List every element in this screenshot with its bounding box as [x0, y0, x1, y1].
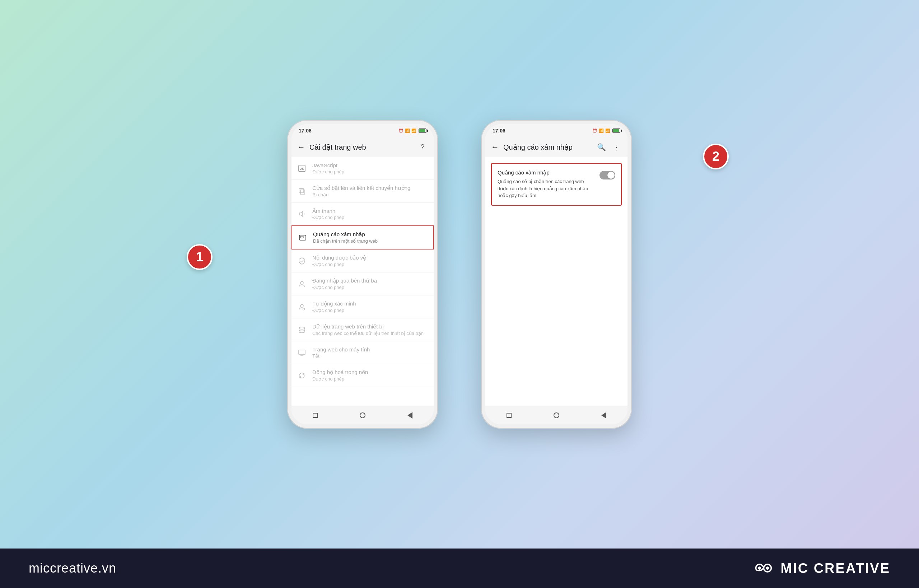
- phones-area: 17:06 ⏰ 📶 📶 ← Cài đặt trang web ?: [0, 0, 919, 549]
- svg-text:JS: JS: [300, 167, 304, 171]
- ads-icon: [298, 233, 307, 242]
- svg-rect-4: [300, 236, 303, 238]
- alarm-icon: ⏰: [399, 129, 404, 133]
- desktop-icon: [297, 348, 307, 357]
- sound-icon: [297, 209, 307, 219]
- nav-back-1[interactable]: [405, 410, 415, 420]
- battery-fill: [419, 129, 425, 132]
- svg-point-6: [300, 304, 303, 307]
- toggle-title: Quảng cáo xâm nhập: [497, 170, 595, 176]
- phone-2-inner: 17:06 ⏰ 📶 📶 ← Quảng cáo xâm nhập 🔍 ⋮: [485, 124, 628, 424]
- nav-back-2[interactable]: [599, 410, 609, 420]
- ads-title: Quảng cáo xâm nhập: [313, 231, 427, 237]
- javascript-icon: JS: [297, 164, 307, 173]
- settings-list-1: JS JavaScript Được cho phép Cửa sổ bật l…: [291, 157, 434, 405]
- javascript-text: JavaScript Được cho phép: [312, 162, 428, 174]
- desktop-subtitle: Tắt: [312, 353, 428, 359]
- svg-rect-9: [299, 350, 305, 355]
- sync-subtitle: Được cho phép: [312, 376, 428, 381]
- sync-title: Đồng bộ hoá trong nền: [312, 369, 428, 375]
- step-number-2: 2: [703, 144, 729, 170]
- sound-title: Âm thanh: [312, 208, 428, 214]
- settings-item-ads[interactable]: Quảng cáo xâm nhập Đã chặn trên một số t…: [291, 225, 434, 249]
- verify-subtitle: Được cho phép: [312, 308, 428, 313]
- popup-text: Cửa sổ bật lên và liên kết chuyển hướng …: [312, 185, 428, 197]
- phone-1-status-bar: 17:06 ⏰ 📶 📶: [291, 124, 434, 137]
- app-bar-title-2: Quảng cáo xâm nhập: [503, 143, 592, 152]
- verify-title: Tự động xác minh: [312, 300, 428, 307]
- triangle-icon-2: [601, 412, 606, 418]
- phone-2-settings: Quảng cáo xâm nhập Quảng cáo sẽ bị chặn …: [485, 157, 628, 405]
- login-title: Đăng nhập qua bên thứ ba: [312, 278, 428, 284]
- toggle-desc: Quảng cáo sẽ bị chặn trên các trang web …: [497, 178, 595, 199]
- square-icon-2: [507, 413, 512, 418]
- sound-subtitle: Được cho phép: [312, 215, 428, 220]
- search-icon-2[interactable]: 🔍: [596, 143, 607, 152]
- toggle-switch[interactable]: [599, 171, 615, 179]
- more-icon-2[interactable]: ⋮: [611, 143, 622, 152]
- data-title: Dữ liệu trang web trên thiết bị: [312, 323, 428, 330]
- settings-item-desktop[interactable]: Trang web cho máy tính Tắt: [291, 341, 434, 364]
- nav-circle-1[interactable]: [357, 410, 368, 420]
- step-number-1: 1: [187, 244, 213, 270]
- svg-point-12: [758, 567, 761, 570]
- data-text: Dữ liệu trang web trên thiết bị Các tran…: [312, 323, 428, 336]
- toggle-content: Quảng cáo xâm nhập Quảng cáo sẽ bị chặn …: [497, 170, 595, 199]
- settings-item-sound[interactable]: Âm thanh Được cho phép: [291, 203, 434, 225]
- desktop-text: Trang web cho máy tính Tắt: [312, 346, 428, 359]
- alarm-icon-2: ⏰: [592, 129, 598, 133]
- settings-item-sync[interactable]: Đồng bộ hoá trong nền Được cho phép: [291, 364, 434, 387]
- protected-subtitle: Được cho phép: [312, 262, 428, 267]
- battery-fill-2: [613, 129, 619, 132]
- login-icon: [297, 279, 307, 289]
- svg-point-13: [766, 567, 769, 570]
- protected-title: Nội dung được bảo vệ: [312, 255, 428, 261]
- toggle-ads-setting: Quảng cáo xâm nhập Quảng cáo sẽ bị chặn …: [491, 163, 622, 206]
- data-subtitle: Các trang web có thể lưu dữ liệu trên th…: [312, 331, 428, 336]
- ads-subtitle: Đã chặn trên một số trang web: [313, 238, 427, 244]
- settings-item-verify[interactable]: Tự động xác minh Được cho phép: [291, 296, 434, 318]
- settings-item-data[interactable]: Dữ liệu trang web trên thiết bị Các tran…: [291, 318, 434, 341]
- settings-item-protected[interactable]: Nội dung được bảo vệ Được cho phép: [291, 249, 434, 273]
- back-button-1[interactable]: ←: [297, 142, 305, 152]
- nav-circle-2[interactable]: [551, 410, 562, 420]
- status-time-1: 17:06: [299, 128, 312, 134]
- popup-title: Cửa sổ bật lên và liên kết chuyển hướng: [312, 185, 428, 191]
- ads-text: Quảng cáo xâm nhập Đã chặn trên một số t…: [313, 231, 427, 244]
- circle-icon: [360, 412, 365, 418]
- phone-2: 17:06 ⏰ 📶 📶 ← Quảng cáo xâm nhập 🔍 ⋮: [481, 120, 632, 429]
- nav-square-2[interactable]: [504, 410, 514, 420]
- sound-text: Âm thanh Được cho phép: [312, 208, 428, 220]
- help-icon-1[interactable]: ?: [417, 143, 428, 151]
- website-text: miccreative.vn: [29, 561, 116, 576]
- sync-icon: [297, 371, 307, 380]
- popup-icon: [297, 187, 307, 196]
- settings-item-login[interactable]: Đăng nhập qua bên thứ ba Được cho phép: [291, 273, 434, 296]
- bottom-bar: miccreative.vn MIC CREATIVE: [0, 549, 919, 588]
- settings-item-javascript[interactable]: JS JavaScript Được cho phép: [291, 157, 434, 180]
- phone-1-app-bar: ← Cài đặt trang web ?: [291, 137, 434, 157]
- mic-logo: MIC CREATIVE: [749, 559, 890, 577]
- status-time-2: 17:06: [493, 128, 506, 134]
- signal-bars2-icon: 📶: [412, 129, 417, 133]
- toggle-knob: [607, 171, 615, 179]
- javascript-title: JavaScript: [312, 162, 428, 168]
- svg-marker-2: [299, 212, 303, 216]
- login-subtitle: Được cho phép: [312, 285, 428, 290]
- data-icon: [297, 325, 307, 334]
- brand-area: MIC CREATIVE: [749, 559, 890, 577]
- battery-icon: [418, 129, 426, 133]
- circle-icon-2: [554, 412, 559, 418]
- phone-1-nav: [291, 405, 434, 424]
- battery-icon-2: [612, 129, 620, 133]
- status-icons-1: ⏰ 📶 📶: [399, 129, 426, 133]
- protected-icon: [297, 256, 307, 266]
- verify-text: Tự động xác minh Được cho phép: [312, 300, 428, 313]
- nav-square-1[interactable]: [310, 410, 320, 420]
- phone-2-nav: [485, 405, 628, 424]
- settings-item-popup[interactable]: Cửa sổ bật lên và liên kết chuyển hướng …: [291, 180, 434, 203]
- login-text: Đăng nhập qua bên thứ ba Được cho phép: [312, 278, 428, 290]
- back-button-2[interactable]: ←: [491, 142, 499, 152]
- triangle-icon: [407, 412, 412, 418]
- phone-1-inner: 17:06 ⏰ 📶 📶 ← Cài đặt trang web ?: [291, 124, 434, 424]
